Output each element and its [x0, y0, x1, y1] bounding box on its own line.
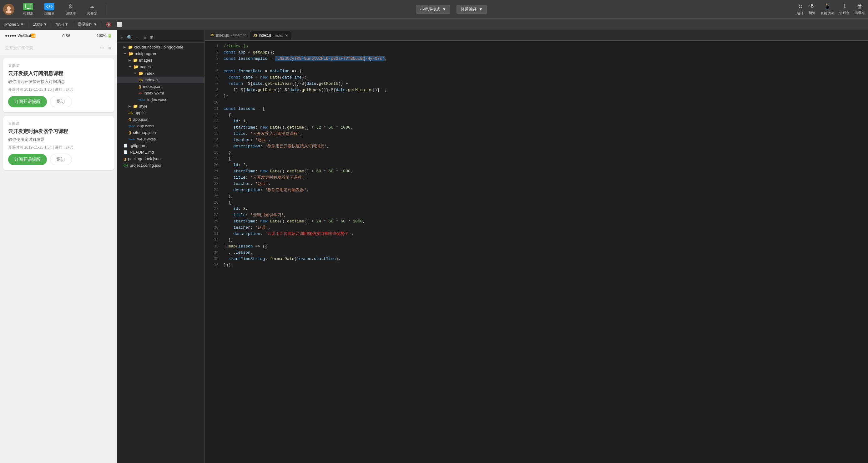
- new-file-icon[interactable]: +: [120, 34, 124, 41]
- code-text: return `${date.getFullYear()}-${date.get…: [223, 81, 348, 87]
- unsubscribe-btn-1[interactable]: 退订: [50, 96, 72, 107]
- file-item-gitignore[interactable]: 📄 .gitignore: [117, 142, 205, 149]
- code-line-31: 31 description: '云调用比传统后台调用微信接口有哪些优势？',: [205, 231, 868, 237]
- file-item-sitemap[interactable]: {} sitemap.json: [117, 129, 205, 136]
- file-item-app-json[interactable]: {} app.json: [117, 116, 205, 123]
- file-item-index-wxss[interactable]: wxss index.wxss: [117, 96, 205, 103]
- code-line-8: 8 1}-${date.getDate()} ${date.getHours()…: [205, 87, 868, 93]
- arrow-icon: ▶: [128, 105, 131, 108]
- file-label: README.md: [130, 150, 154, 154]
- phone-status-time: 0:56: [62, 33, 70, 38]
- clear-button[interactable]: 🗑 清缓存: [855, 3, 865, 15]
- tab-subscribe[interactable]: JS index.js - subscribe: [207, 31, 249, 40]
- file-label: index.js: [145, 78, 158, 82]
- device-label: iPhone 5: [4, 22, 19, 27]
- search-icon[interactable]: 🔍: [126, 34, 133, 41]
- subscribe-btn-2[interactable]: 订阅开课提醒: [8, 154, 47, 165]
- file-item-app-js[interactable]: JS app.js: [117, 110, 205, 116]
- file-item-miniprogram[interactable]: ▼ 📂 miniprogram: [117, 50, 205, 57]
- file-item-project-config[interactable]: {o} project.config.json: [117, 162, 205, 169]
- line-num: 2: [207, 50, 219, 56]
- cut-button[interactable]: ⤵ 切后台: [839, 3, 849, 15]
- file-label: app.wxss: [137, 123, 154, 128]
- file-item-index-json[interactable]: {} index.json: [117, 83, 205, 90]
- arrow-icon: ▶: [128, 58, 131, 62]
- line-num: 16: [207, 137, 219, 143]
- sim-ops-selector[interactable]: 模拟操作 ▼: [76, 21, 99, 28]
- file-item-weui[interactable]: wxss weui.wxss: [117, 136, 205, 142]
- file-item-index-folder[interactable]: ▼ 📂 index: [117, 70, 205, 77]
- file-item-pages[interactable]: ▼ 📂 pages: [117, 63, 205, 70]
- file-item-index-wxml[interactable]: <> index.wxml: [117, 90, 205, 96]
- code-text: const app = getApp();: [223, 50, 275, 56]
- preview-button[interactable]: 👁 预览: [809, 3, 815, 15]
- unsubscribe-btn-2[interactable]: 退订: [50, 154, 72, 165]
- code-text: const lessons = [: [223, 106, 265, 112]
- file-item-images[interactable]: ▶ 📁 images: [117, 57, 205, 63]
- compile-dropdown[interactable]: 普通编译 ▼: [457, 5, 487, 14]
- editor-button[interactable]: 编辑器: [42, 3, 57, 16]
- collapse-icon[interactable]: ⊞: [149, 34, 154, 41]
- code-content-area: 1 //index.js 2 const app = getApp(); 3 c…: [205, 41, 868, 463]
- code-line-24: 24 description: '教你使用定时触发器',: [205, 187, 868, 193]
- code-line-34: 34 ...lesson,: [205, 250, 868, 256]
- lesson-card-1: 直播课 云开发接入订阅消息课程 教你用云开发快速接入订阅消息 开课时间 2019…: [3, 58, 114, 112]
- cut-label: 切后台: [839, 11, 849, 15]
- line-num: 21: [207, 168, 219, 175]
- debugger-button[interactable]: ⚙ 调试器: [63, 3, 78, 16]
- code-line-1: 1 //index.js: [205, 43, 868, 50]
- clear-icon: 🗑: [857, 3, 863, 10]
- more-options-icon[interactable]: ···: [135, 34, 141, 41]
- tab2-close[interactable]: ✕: [285, 33, 288, 37]
- code-line-17: 17 description: '教你用云开发快速接入订阅消息',: [205, 143, 868, 149]
- code-line-9: 9 };: [205, 93, 868, 99]
- line-num: 25: [207, 193, 219, 200]
- more-icon[interactable]: •••: [100, 46, 104, 50]
- json-file-icon: {}: [138, 85, 141, 89]
- code-tabs: JS index.js - subscribe JS index.js - in…: [205, 30, 868, 41]
- avatar[interactable]: [3, 4, 14, 15]
- sound-button[interactable]: 🔇: [104, 21, 113, 28]
- wxss-file-icon: wxss: [128, 138, 135, 141]
- file-item-cloudfunctions[interactable]: ▶ 📁 cloudfunctions | binggg-site: [117, 44, 205, 50]
- file-label: miniprogram: [135, 51, 157, 56]
- sort-icon[interactable]: ≡: [143, 34, 147, 41]
- sim-ops-label: 模拟操作: [78, 22, 93, 27]
- compile-chevron: ▼: [479, 7, 483, 11]
- file-item-index-js[interactable]: JS index.js: [117, 77, 205, 83]
- record-icon[interactable]: ⏺: [108, 46, 112, 50]
- zoom-chevron: ▼: [43, 22, 47, 27]
- real-device-label: 真机调试: [820, 11, 834, 16]
- code-line-30: 30 teacher: '赵兵',: [205, 225, 868, 231]
- main-area: ●●●●● WeChat📶 0:56 100% 🔋 云开发订阅消息 ••• ⏺ …: [0, 30, 868, 463]
- code-line-19: 19 {: [205, 156, 868, 162]
- code-line-36: 36 }));: [205, 262, 868, 268]
- zoom-selector[interactable]: 100% ▼: [31, 22, 49, 27]
- battery-icon: 🔋: [107, 33, 112, 38]
- file-label: images: [139, 58, 152, 63]
- subscribe-btn-1[interactable]: 订阅开课提醒: [8, 96, 47, 107]
- line-num: 12: [207, 112, 219, 118]
- file-item-readme[interactable]: 📄 README.md: [117, 149, 205, 155]
- zoom-label: 100%: [33, 22, 42, 27]
- code-line-27: 27 id: 3,: [205, 206, 868, 212]
- file-item-style[interactable]: ▶ 📁 style: [117, 103, 205, 110]
- simulator-button[interactable]: 模拟器: [21, 3, 36, 16]
- file-tree-toolbar: + 🔍 ··· ≡ ⊞: [117, 32, 205, 42]
- device-selector[interactable]: iPhone 5 ▼: [2, 22, 26, 27]
- real-device-button[interactable]: 📱 真机调试: [820, 3, 834, 16]
- file-label: weui.wxss: [137, 137, 156, 141]
- network-selector[interactable]: WiFi ▼: [54, 22, 70, 27]
- file-item-app-wxss[interactable]: wxss app.wxss: [117, 123, 205, 129]
- screen-button[interactable]: ⬜: [115, 21, 124, 28]
- file-item-package-lock[interactable]: {} package-lock.json: [117, 155, 205, 162]
- code-line-26: 26 {: [205, 200, 868, 206]
- refresh-button[interactable]: ↻ 编译: [797, 3, 804, 16]
- file-label: style: [139, 104, 148, 109]
- toolbar-center: 小程序模式 ▼ 普通编译 ▼: [112, 5, 790, 14]
- cloud-button[interactable]: ☁ 云开发: [85, 3, 99, 16]
- line-num: 8: [207, 87, 219, 93]
- mode-dropdown[interactable]: 小程序模式 ▼: [416, 5, 450, 14]
- tab-index[interactable]: JS index.js - index ✕: [250, 31, 291, 40]
- svg-rect-2: [25, 4, 31, 8]
